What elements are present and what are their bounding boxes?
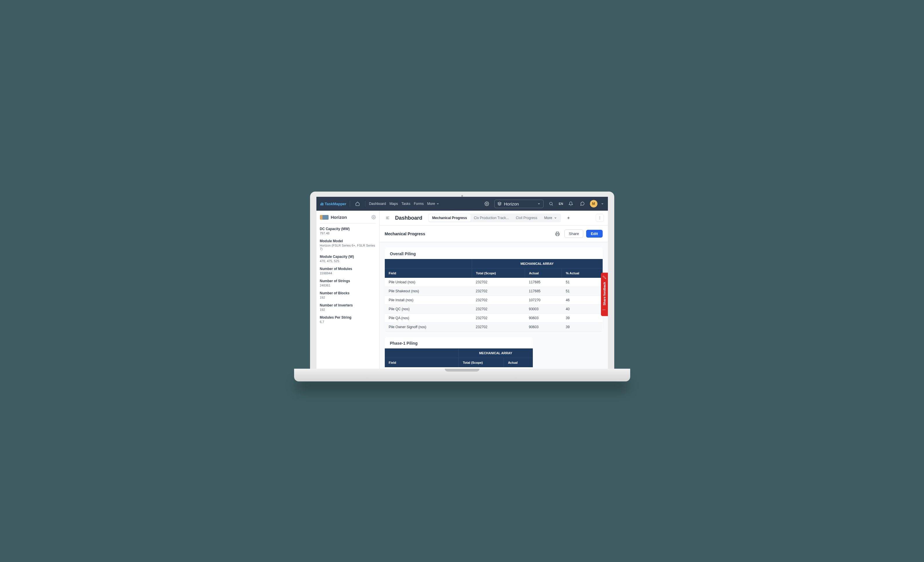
tab-more[interactable]: More <box>541 214 560 222</box>
print-icon[interactable] <box>554 230 561 238</box>
project-selector[interactable]: Horizon <box>494 200 544 208</box>
chevron-down-icon <box>554 217 557 219</box>
brand-logo[interactable]: TaskMapper <box>321 202 346 206</box>
table-header-cell: Total (Scope) <box>472 269 525 278</box>
table-cell: 232702 <box>472 305 525 314</box>
sidebar-field-label: Module Capacity (W) <box>320 255 376 259</box>
nav-maps[interactable]: Maps <box>389 202 398 206</box>
sidebar-field-label: Number of Modules <box>320 267 376 271</box>
project-sidebar: Horizon DC Capacity (MW)797.48Module Mod… <box>316 211 380 371</box>
table-header-cell: Field <box>385 358 459 368</box>
table-cell: Pile QA (nos) <box>385 314 472 323</box>
main-panel: Dashboard Mechanical Progress Civ Produc… <box>380 211 608 371</box>
avatar[interactable]: M <box>590 200 597 208</box>
brand-name: TaskMapper <box>325 202 346 206</box>
share-button[interactable]: Share <box>564 230 583 238</box>
svg-marker-4 <box>498 202 501 204</box>
table-header-cell: Total (Scope) <box>459 358 504 368</box>
table-superheader <box>385 259 472 269</box>
table-header-cell: % Actual <box>562 269 602 278</box>
layers-icon <box>498 202 501 206</box>
tab-mechanical-progress[interactable]: Mechanical Progress <box>429 214 471 222</box>
page-title: Dashboard <box>395 215 423 221</box>
sidebar-field-value: 1598844 <box>320 272 376 275</box>
table-cell: 232702 <box>472 278 525 287</box>
table-cell: Pile Install (nos) <box>385 296 472 305</box>
sidebar-field: Module Capacity (W)470, 475, 525 <box>320 255 376 263</box>
table-cell: Pile QC (nos) <box>385 305 472 314</box>
project-selector-value: Horizon <box>504 202 535 206</box>
sidebar-field-label: DC Capacity (MW) <box>320 227 376 231</box>
search-icon[interactable] <box>547 200 555 208</box>
gear-icon[interactable] <box>372 215 376 219</box>
more-horizontal-icon: ⋯ <box>602 308 606 312</box>
table-cell: 40 <box>562 305 602 314</box>
table-cell: Pile Unload (nos) <box>385 278 472 287</box>
sidebar-field-value: 6,7 <box>320 320 376 324</box>
table-cell: 232702 <box>472 323 525 332</box>
plus-icon[interactable] <box>564 214 573 222</box>
table-cell: 93003 <box>525 305 561 314</box>
table-cell: 39 <box>562 314 602 323</box>
sidebar-field-value: 192 <box>320 296 376 299</box>
kebab-menu-icon[interactable] <box>596 214 604 222</box>
tab-civ-production[interactable]: Civ Production Track... <box>471 214 513 222</box>
sidebar-field-label: Modules Per String <box>320 315 376 320</box>
sidebar-field-label: Number of Strings <box>320 279 376 283</box>
chevron-down-icon <box>436 202 439 205</box>
table-row: Pile Owner Signoff (nos)2327029060339 <box>385 323 603 332</box>
table-row: Pile Unload (nos)23270211768551 <box>385 278 603 287</box>
svg-rect-16 <box>556 234 559 236</box>
pencil-icon <box>603 275 606 279</box>
table-row: Pile QC (nos)2327029300340 <box>385 305 603 314</box>
dashboard-tabs: Mechanical Progress Civ Production Track… <box>428 214 561 222</box>
dashboard-subtitle: Mechanical Progress <box>385 232 425 236</box>
card-title: Phase-1 Piling <box>385 337 533 348</box>
sidebar-field: Number of Strings248361 <box>320 279 376 287</box>
table-header-cell: Actual <box>504 358 533 368</box>
sidebar-field-label: Number of Blocks <box>320 291 376 295</box>
table-header-cell: Field <box>385 269 472 278</box>
table-superheader: MECHANICAL ARRAY <box>459 348 532 358</box>
table-cell: 117685 <box>525 287 561 296</box>
feedback-tab[interactable]: ⋯ Share feedback <box>601 273 608 316</box>
svg-rect-1 <box>321 203 322 205</box>
sidebar-field: Module ModelHorizon (FSLR Series 6+, FSL… <box>320 239 376 251</box>
table-cell: 90603 <box>525 323 561 332</box>
table-phase1-piling: MECHANICAL ARRAY FieldTotal (Scope)Actua… <box>385 348 533 371</box>
table-row: Pile Install (nos)23270210727046 <box>385 296 603 305</box>
sidebar-field-value: 192 <box>320 308 376 311</box>
settings-icon[interactable] <box>483 200 491 208</box>
table-row: Pile Shakeout (nos)23270211768551 <box>385 287 603 296</box>
sidebar-field: Modules Per String6,7 <box>320 315 376 324</box>
svg-point-3 <box>486 203 488 204</box>
chevron-down-icon[interactable] <box>601 202 604 205</box>
sidebar-field: Number of Blocks192 <box>320 291 376 299</box>
svg-point-15 <box>600 219 600 219</box>
table-cell: 90603 <box>525 314 561 323</box>
table-cell: 51 <box>562 278 602 287</box>
project-name: Horizon <box>331 215 347 220</box>
bell-icon[interactable] <box>567 200 575 208</box>
table-superheader <box>385 348 459 358</box>
nav-tasks[interactable]: Tasks <box>401 202 410 206</box>
table-row: Pile QA (nos)2327029060339 <box>385 314 603 323</box>
svg-rect-2 <box>322 203 323 205</box>
nav-more[interactable]: More <box>427 202 439 206</box>
language-selector[interactable]: EN <box>559 202 563 205</box>
svg-point-7 <box>373 217 374 218</box>
sidebar-field-label: Number of Inverters <box>320 303 376 307</box>
card-overall-piling: Overall Piling MECHANICAL ARRAY FieldTot… <box>385 247 603 332</box>
menu-toggle-icon[interactable] <box>384 214 392 222</box>
edit-button[interactable]: Edit <box>586 230 603 238</box>
svg-rect-0 <box>321 203 321 205</box>
table-header-cell: Actual <box>525 269 561 278</box>
home-icon[interactable] <box>354 200 362 208</box>
nav-dashboard[interactable]: Dashboard <box>369 202 386 206</box>
sidebar-field: Number of Inverters192 <box>320 303 376 311</box>
bar-chart-icon <box>321 202 323 206</box>
chat-icon[interactable] <box>578 200 586 208</box>
sidebar-field-value: Horizon (FSLR Series 6+, FSLR Series 7) <box>320 244 376 251</box>
tab-civil-progress[interactable]: Civil Progress <box>512 214 541 222</box>
nav-forms[interactable]: Forms <box>414 202 424 206</box>
